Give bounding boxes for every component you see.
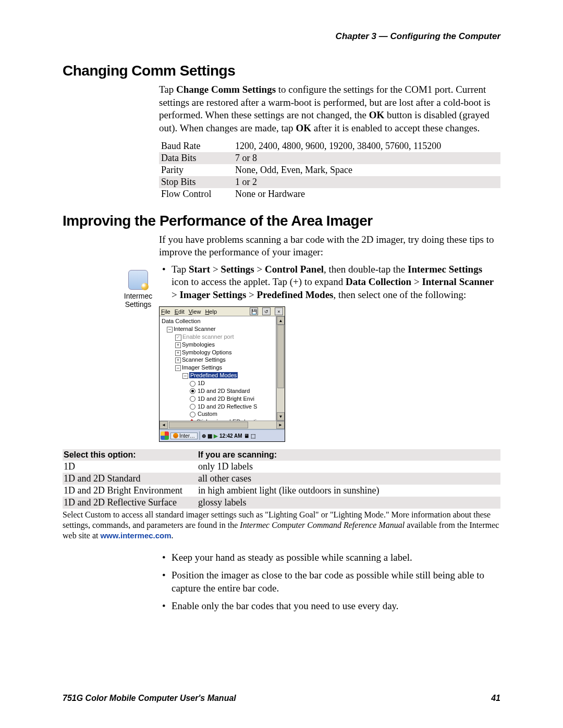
cell: Flow Control bbox=[159, 188, 233, 200]
cell: 1200, 2400, 4800, 9600, 19200, 38400, 57… bbox=[233, 140, 500, 152]
text-bold: Settings bbox=[221, 264, 254, 275]
tree-node[interactable]: +Symbology Options bbox=[162, 349, 275, 356]
tray-icon[interactable]: ⬚ bbox=[251, 433, 255, 439]
tree-node[interactable]: ✓Enable scanner port bbox=[162, 333, 275, 341]
scroll-down-icon[interactable]: ▼ bbox=[277, 412, 285, 421]
start-icon[interactable] bbox=[161, 431, 169, 440]
close-icon[interactable]: × bbox=[275, 307, 283, 315]
text-bold: Data Collection bbox=[346, 276, 411, 287]
radio-icon[interactable] bbox=[190, 412, 195, 417]
tray-icon[interactable]: ▶ bbox=[214, 433, 218, 439]
text: Tap bbox=[159, 84, 176, 95]
scroll-thumb[interactable] bbox=[169, 422, 248, 428]
heading-changing-comm-settings: Changing Comm Settings bbox=[63, 63, 500, 79]
text-bold: Change Comm Settings bbox=[176, 84, 276, 95]
diamond-icon bbox=[189, 419, 194, 421]
scroll-right-icon[interactable]: ► bbox=[276, 421, 285, 429]
cell: Baud Rate bbox=[159, 140, 233, 152]
tree-radio[interactable]: Custom bbox=[162, 410, 275, 418]
link-intermec[interactable]: www.intermec.com bbox=[100, 531, 171, 540]
tree-radio[interactable]: 1D and 2D Reflective S bbox=[162, 403, 275, 411]
heading-improving-performance: Improving the Performance of the Area Im… bbox=[63, 213, 500, 229]
collapse-icon[interactable]: – bbox=[175, 365, 181, 371]
radio-icon-selected[interactable] bbox=[190, 388, 195, 394]
tray-icon[interactable]: ⊕ bbox=[202, 433, 206, 439]
expand-icon[interactable]: + bbox=[175, 350, 181, 356]
undo-icon[interactable]: ↺ bbox=[262, 307, 271, 315]
collapse-icon[interactable]: – bbox=[182, 373, 188, 379]
tree-radio[interactable]: 1D bbox=[162, 379, 275, 387]
tray-icon[interactable]: ▦ bbox=[207, 433, 212, 439]
intermec-settings-window: File Edit View Help 💾 ↺ × Data Collectio… bbox=[159, 306, 285, 442]
predefined-modes-table: Select this option: If you are scanning:… bbox=[63, 449, 500, 509]
tree-node[interactable]: –Imager Settings bbox=[162, 364, 275, 372]
cell: 1 or 2 bbox=[233, 176, 500, 188]
text: > bbox=[246, 289, 256, 300]
cell: None, Odd, Even, Mark, Space bbox=[233, 164, 500, 176]
chapter-header: Chapter 3 — Configuring the Computer bbox=[63, 31, 500, 42]
text-bold: Intermec Settings bbox=[408, 264, 482, 275]
cell: 1D bbox=[63, 461, 196, 473]
tree-node[interactable]: +Symbologies bbox=[162, 341, 275, 349]
tray-icon[interactable]: 🖥 bbox=[244, 433, 249, 439]
text-bold: Imager Settings bbox=[179, 289, 246, 300]
tree-radio[interactable]: 1D and 2D Bright Envi bbox=[162, 395, 275, 403]
cell: glossy labels bbox=[196, 497, 500, 509]
tree-node[interactable]: +Scanner Settings bbox=[162, 356, 275, 364]
footer-title: 751G Color Mobile Computer User's Manual bbox=[63, 694, 236, 703]
tree-node[interactable]: –Internal Scanner bbox=[162, 325, 275, 333]
paragraph-comm-settings: Tap Change Comm Settings to configure th… bbox=[159, 83, 500, 135]
text-bold: Internal Scanner bbox=[422, 276, 494, 287]
radio-icon[interactable] bbox=[190, 404, 195, 410]
settings-tree[interactable]: Data Collection –Internal Scanner ✓Enabl… bbox=[160, 316, 276, 421]
intermec-settings-icon bbox=[128, 270, 148, 290]
scroll-left-icon[interactable]: ◄ bbox=[160, 421, 168, 429]
cell: only 1D labels bbox=[196, 461, 500, 473]
text: > bbox=[254, 264, 265, 275]
text: > bbox=[411, 276, 422, 287]
radio-icon[interactable] bbox=[190, 396, 195, 402]
column-header: If you are scanning: bbox=[196, 449, 500, 461]
save-icon[interactable]: 💾 bbox=[250, 307, 258, 315]
text: , then double-tap the bbox=[324, 264, 408, 275]
text: > bbox=[210, 264, 221, 275]
taskbar: Inter… ⊕ ▦ ▶ 12:42 AM 🖥 ⬚ bbox=[160, 429, 285, 441]
bullet-tip: Position the imager as close to the bar … bbox=[159, 569, 500, 595]
tree-node-selected[interactable]: –Predefined Modes bbox=[162, 372, 275, 379]
cell: 1D and 2D Standard bbox=[63, 473, 196, 485]
tree-node[interactable]: Data Collection bbox=[162, 317, 275, 325]
scroll-up-icon[interactable]: ▲ bbox=[277, 316, 285, 325]
text: icon to access the applet. Tap (+) to ex… bbox=[172, 276, 346, 287]
checkbox-icon[interactable]: ✓ bbox=[175, 335, 181, 341]
menubar: File Edit View Help 💾 ↺ × bbox=[160, 307, 285, 316]
system-tray: ⊕ ▦ ▶ 12:42 AM 🖥 ⬚ bbox=[202, 433, 255, 439]
scroll-thumb[interactable] bbox=[277, 325, 284, 388]
menu-view[interactable]: View bbox=[189, 309, 201, 315]
horizontal-scrollbar[interactable]: ◄ ► bbox=[160, 421, 285, 429]
taskbar-app[interactable]: Inter… bbox=[170, 433, 198, 439]
text: > bbox=[172, 289, 179, 300]
bullet-tip: Enable only the bar codes that you need … bbox=[159, 600, 500, 612]
cell: None or Hardware bbox=[233, 188, 500, 200]
radio-icon[interactable] bbox=[190, 381, 195, 387]
tree-radio[interactable]: 1D and 2D Standard bbox=[162, 387, 275, 395]
menu-help[interactable]: Help bbox=[205, 309, 217, 315]
column-header: Select this option: bbox=[63, 449, 196, 461]
bullet-navigate-settings: Tap Start > Settings > Control Panel, th… bbox=[159, 263, 500, 301]
menu-file[interactable]: File bbox=[161, 309, 170, 315]
cell: 1D and 2D Bright Environment bbox=[63, 485, 196, 497]
tree-leaf[interactable]: Sticky aimer LED duration bbox=[162, 418, 275, 421]
text: after it is enabled to accept these chan… bbox=[311, 122, 480, 133]
text: Tap bbox=[172, 264, 189, 275]
expand-icon[interactable]: + bbox=[175, 342, 181, 348]
text-bold: Predefined Modes bbox=[257, 289, 334, 300]
cell: 7 or 8 bbox=[233, 152, 500, 164]
text-bold: Control Panel bbox=[265, 264, 324, 275]
menu-edit[interactable]: Edit bbox=[175, 309, 185, 315]
expand-icon[interactable]: + bbox=[175, 357, 181, 363]
vertical-scrollbar[interactable]: ▲ ▼ bbox=[276, 316, 285, 421]
app-icon bbox=[173, 433, 178, 438]
collapse-icon[interactable]: – bbox=[167, 327, 173, 332]
cell: Data Bits bbox=[159, 152, 233, 164]
text: , then select one of the following: bbox=[333, 289, 466, 300]
